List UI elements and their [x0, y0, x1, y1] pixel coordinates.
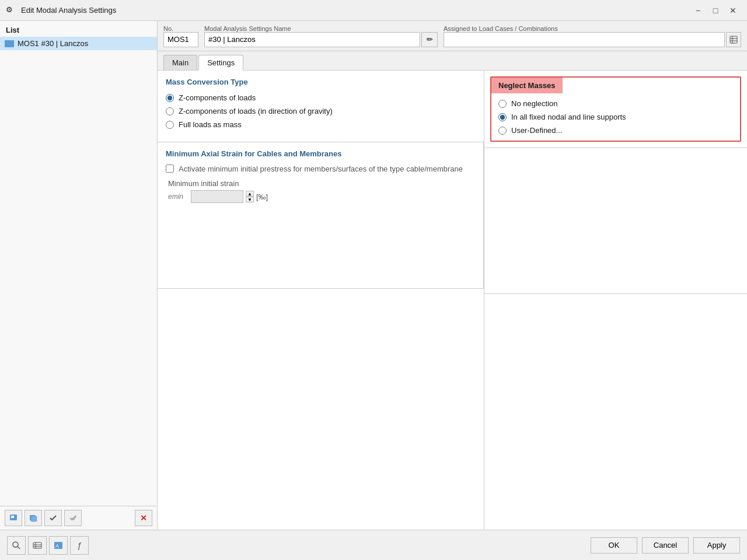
- title-bar-controls: − □ ✕: [690, 4, 741, 17]
- title-bar-left: ⚙ Edit Modal Analysis Settings: [6, 5, 116, 16]
- radio-z-components-gravity[interactable]: Z-components of loads (in direction of g…: [166, 107, 476, 116]
- radio-full-loads-input[interactable]: [166, 121, 174, 129]
- header-assigned-input[interactable]: [444, 32, 725, 47]
- min-axial-header: Minimum Axial Strain for Cables and Memb…: [166, 149, 475, 158]
- main-container: List MOS1 #30 | Lanczos: [0, 21, 747, 560]
- right-extra-bottom: [484, 293, 747, 334]
- check1-button[interactable]: [44, 510, 62, 526]
- svg-rect-1: [11, 516, 14, 518]
- footer-text-button[interactable]: A: [49, 536, 68, 555]
- svg-text:A: A: [55, 543, 59, 549]
- sidebar-item-label: MOS1 #30 | Lanczos: [18, 39, 88, 48]
- right-bottom-panel: [484, 148, 747, 293]
- cancel-button[interactable]: Cancel: [642, 537, 689, 554]
- radio-z-components-gravity-label: Z-components of loads (in direction of g…: [179, 107, 333, 116]
- apply-button[interactable]: Apply: [693, 537, 740, 554]
- panels-container: Mass Conversion Type Z-components of loa…: [158, 71, 747, 530]
- ok-button[interactable]: OK: [591, 537, 637, 554]
- radio-no-neglection-input[interactable]: [498, 100, 507, 108]
- app-icon: ⚙: [6, 5, 16, 16]
- radio-user-defined-input[interactable]: [498, 127, 507, 135]
- radio-user-defined-label: User-Defined...: [511, 126, 562, 135]
- header-row: No. Modal Analysis Settings Name ✏ Assig…: [158, 21, 747, 51]
- close-button[interactable]: ✕: [725, 4, 741, 17]
- check2-button[interactable]: [64, 510, 82, 526]
- strain-spinners: ▲ ▼: [246, 191, 254, 202]
- neglect-masses-header: Neglect Masses: [491, 78, 563, 93]
- header-no-label: No.: [163, 25, 198, 32]
- content-area: No. Modal Analysis Settings Name ✏ Assig…: [158, 21, 747, 530]
- sidebar-list: MOS1 #30 | Lanczos: [0, 37, 157, 506]
- header-table-button[interactable]: [726, 32, 742, 47]
- mass-conversion-header: Mass Conversion Type: [158, 71, 484, 91]
- sidebar-item-icon: [5, 40, 14, 47]
- radio-z-components[interactable]: Z-components of loads: [166, 93, 476, 102]
- strain-label-row: Minimum initial strain: [166, 179, 475, 188]
- bottom-left-panel: Minimum Axial Strain for Cables and Memb…: [158, 142, 484, 288]
- maximize-button[interactable]: □: [707, 4, 724, 17]
- radio-fixed-nodal[interactable]: In all fixed nodal and line supports: [498, 113, 733, 121]
- radio-z-components-label: Z-components of loads: [179, 93, 256, 102]
- sidebar-bottom: ✕: [0, 506, 157, 530]
- strain-decrement-button[interactable]: ▼: [246, 197, 254, 202]
- radio-no-neglection-label: No neglection: [511, 99, 558, 108]
- svg-point-8: [13, 542, 18, 547]
- activate-prestress-label: Activate minimum initial prestress for m…: [179, 164, 463, 174]
- activate-prestress-row: Activate minimum initial prestress for m…: [166, 164, 475, 174]
- header-name-input[interactable]: [204, 32, 420, 47]
- add-button[interactable]: [5, 510, 22, 526]
- footer-formula-button[interactable]: ƒ: [70, 536, 89, 555]
- neglect-masses-box: Neglect Masses No neglection In all fixe…: [490, 76, 741, 142]
- activate-prestress-checkbox[interactable]: [166, 164, 174, 173]
- sidebar-item-mos1[interactable]: MOS1 #30 | Lanczos: [0, 37, 157, 50]
- header-edit-button[interactable]: ✏: [421, 32, 438, 47]
- svg-line-9: [18, 547, 20, 549]
- header-name-field: Modal Analysis Settings Name ✏: [204, 25, 438, 47]
- strain-value-input[interactable]: [191, 190, 243, 203]
- tabs-row: Main Settings: [158, 51, 747, 71]
- radio-z-components-input[interactable]: [166, 94, 174, 102]
- duplicate-button[interactable]: [25, 510, 42, 526]
- minimize-button[interactable]: −: [690, 4, 706, 17]
- footer-right: OK Cancel Apply: [591, 537, 740, 554]
- right-panel: Neglect Masses No neglection In all fixe…: [484, 71, 747, 530]
- footer-search-button[interactable]: [7, 536, 26, 555]
- radio-no-neglection[interactable]: No neglection: [498, 99, 733, 108]
- header-no-field: No.: [163, 25, 198, 47]
- sidebar-header: List: [0, 21, 157, 37]
- title-bar-title: Edit Modal Analysis Settings: [21, 6, 116, 15]
- strain-increment-button[interactable]: ▲: [246, 191, 254, 197]
- header-no-input[interactable]: [163, 32, 198, 47]
- radio-full-loads[interactable]: Full loads as mass: [166, 120, 476, 129]
- svg-rect-10: [33, 542, 41, 548]
- svg-rect-4: [730, 36, 737, 43]
- footer-left: A ƒ: [7, 536, 89, 555]
- neglect-masses-content: No neglection In all fixed nodal and lin…: [491, 93, 740, 141]
- sidebar: List MOS1 #30 | Lanczos: [0, 21, 158, 530]
- footer: A ƒ OK Cancel Apply: [0, 530, 747, 560]
- footer-table-button[interactable]: [28, 536, 47, 555]
- radio-z-components-gravity-input[interactable]: [166, 107, 174, 116]
- svg-rect-3: [31, 516, 37, 522]
- strain-unit-label: [‰]: [256, 192, 268, 201]
- header-assigned-label: Assigned to Load Cases / Combinations: [444, 25, 741, 32]
- left-panel: Mass Conversion Type Z-components of loa…: [158, 71, 484, 530]
- radio-fixed-nodal-input[interactable]: [498, 113, 507, 121]
- dialog-body: List MOS1 #30 | Lanczos: [0, 21, 747, 530]
- left-extra-bottom: [158, 288, 484, 329]
- radio-user-defined[interactable]: User-Defined...: [498, 126, 733, 135]
- delete-button[interactable]: ✕: [135, 510, 152, 526]
- strain-input-group: emin ▲ ▼ [‰]: [166, 190, 475, 203]
- radio-fixed-nodal-label: In all fixed nodal and line supports: [511, 113, 626, 121]
- header-name-label: Modal Analysis Settings Name: [204, 25, 438, 32]
- radio-full-loads-label: Full loads as mass: [179, 120, 242, 129]
- tab-settings[interactable]: Settings: [198, 55, 243, 71]
- tab-main[interactable]: Main: [163, 55, 197, 70]
- strain-var-name: emin: [168, 192, 189, 201]
- title-bar: ⚙ Edit Modal Analysis Settings − □ ✕: [0, 0, 747, 21]
- header-assigned-field: Assigned to Load Cases / Combinations: [444, 25, 741, 47]
- mass-conversion-radio-group: Z-components of loads Z-components of lo…: [158, 91, 484, 136]
- min-initial-strain-label: Minimum initial strain: [168, 179, 239, 188]
